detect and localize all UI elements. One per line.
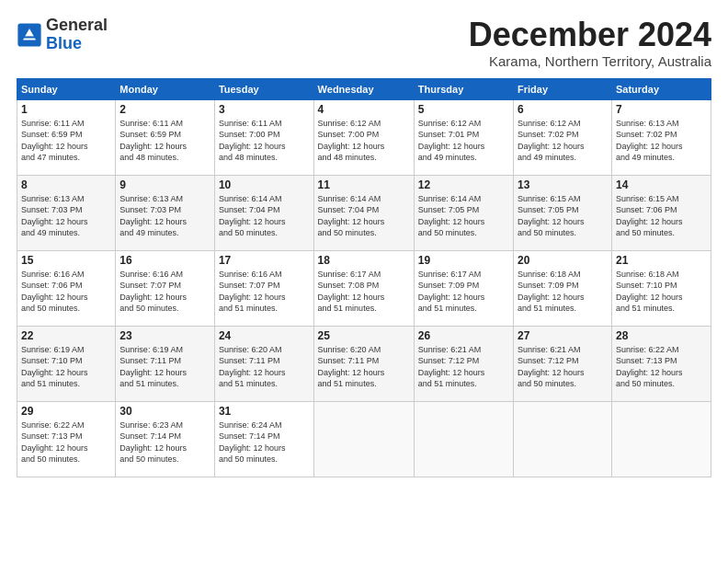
day-detail: Sunrise: 6:11 AM Sunset: 6:59 PM Dayligh… bbox=[119, 118, 210, 164]
page: General Blue December 2024 Karama, North… bbox=[0, 0, 728, 563]
calendar-cell bbox=[313, 401, 414, 477]
month-title: December 2024 bbox=[469, 17, 711, 53]
day-number: 6 bbox=[518, 103, 608, 116]
day-detail: Sunrise: 6:17 AM Sunset: 7:09 PM Dayligh… bbox=[418, 269, 509, 315]
day-detail: Sunrise: 6:16 AM Sunset: 7:07 PM Dayligh… bbox=[219, 269, 310, 315]
header-monday: Monday bbox=[116, 78, 215, 99]
title-block: December 2024 Karama, Northern Territory… bbox=[469, 17, 711, 69]
calendar-cell: 19Sunrise: 6:17 AM Sunset: 7:09 PM Dayli… bbox=[414, 250, 513, 326]
calendar-cell: 16Sunrise: 6:16 AM Sunset: 7:07 PM Dayli… bbox=[116, 250, 215, 326]
day-detail: Sunrise: 6:16 AM Sunset: 7:07 PM Dayligh… bbox=[119, 269, 210, 315]
day-number: 26 bbox=[418, 329, 509, 342]
day-detail: Sunrise: 6:11 AM Sunset: 6:59 PM Dayligh… bbox=[21, 118, 111, 164]
day-detail: Sunrise: 6:20 AM Sunset: 7:11 PM Dayligh… bbox=[219, 344, 310, 390]
day-detail: Sunrise: 6:24 AM Sunset: 7:14 PM Dayligh… bbox=[219, 419, 310, 465]
calendar-cell: 6Sunrise: 6:12 AM Sunset: 7:02 PM Daylig… bbox=[514, 99, 612, 175]
day-number: 2 bbox=[119, 103, 210, 116]
day-detail: Sunrise: 6:18 AM Sunset: 7:10 PM Dayligh… bbox=[616, 269, 707, 315]
day-number: 29 bbox=[21, 405, 111, 418]
day-number: 8 bbox=[21, 178, 111, 191]
calendar-cell: 3Sunrise: 6:11 AM Sunset: 7:00 PM Daylig… bbox=[214, 99, 313, 175]
day-number: 18 bbox=[318, 254, 410, 267]
calendar-week-3: 15Sunrise: 6:16 AM Sunset: 7:06 PM Dayli… bbox=[17, 250, 711, 326]
day-detail: Sunrise: 6:14 AM Sunset: 7:05 PM Dayligh… bbox=[418, 193, 509, 239]
day-number: 28 bbox=[616, 329, 707, 342]
calendar-cell: 27Sunrise: 6:21 AM Sunset: 7:12 PM Dayli… bbox=[514, 326, 612, 401]
logo-icon bbox=[17, 22, 42, 48]
day-number: 4 bbox=[318, 103, 410, 116]
calendar-cell: 13Sunrise: 6:15 AM Sunset: 7:05 PM Dayli… bbox=[514, 175, 612, 250]
calendar-cell: 9Sunrise: 6:13 AM Sunset: 7:03 PM Daylig… bbox=[116, 175, 215, 250]
day-detail: Sunrise: 6:15 AM Sunset: 7:06 PM Dayligh… bbox=[616, 193, 707, 239]
header-saturday: Saturday bbox=[611, 78, 711, 99]
day-number: 10 bbox=[219, 178, 310, 191]
header-friday: Friday bbox=[514, 78, 612, 99]
day-detail: Sunrise: 6:18 AM Sunset: 7:09 PM Dayligh… bbox=[518, 269, 608, 315]
calendar-cell: 12Sunrise: 6:14 AM Sunset: 7:05 PM Dayli… bbox=[414, 175, 513, 250]
calendar-cell: 15Sunrise: 6:16 AM Sunset: 7:06 PM Dayli… bbox=[17, 250, 116, 326]
day-number: 31 bbox=[219, 405, 310, 418]
calendar-cell: 25Sunrise: 6:20 AM Sunset: 7:11 PM Dayli… bbox=[313, 326, 414, 401]
day-number: 17 bbox=[219, 254, 310, 267]
calendar-cell: 10Sunrise: 6:14 AM Sunset: 7:04 PM Dayli… bbox=[214, 175, 313, 250]
day-detail: Sunrise: 6:14 AM Sunset: 7:04 PM Dayligh… bbox=[219, 193, 310, 239]
day-detail: Sunrise: 6:17 AM Sunset: 7:08 PM Dayligh… bbox=[318, 269, 410, 315]
day-number: 24 bbox=[219, 329, 310, 342]
day-detail: Sunrise: 6:13 AM Sunset: 7:03 PM Dayligh… bbox=[21, 193, 111, 239]
header-sunday: Sunday bbox=[17, 78, 116, 99]
calendar-cell: 2Sunrise: 6:11 AM Sunset: 6:59 PM Daylig… bbox=[116, 99, 215, 175]
day-number: 5 bbox=[418, 103, 509, 116]
day-detail: Sunrise: 6:12 AM Sunset: 7:00 PM Dayligh… bbox=[318, 118, 410, 164]
header: General Blue December 2024 Karama, North… bbox=[17, 17, 711, 69]
weekday-header-row: Sunday Monday Tuesday Wednesday Thursday… bbox=[17, 78, 711, 99]
calendar-week-1: 1Sunrise: 6:11 AM Sunset: 6:59 PM Daylig… bbox=[17, 99, 711, 175]
calendar-cell: 8Sunrise: 6:13 AM Sunset: 7:03 PM Daylig… bbox=[17, 175, 116, 250]
day-number: 11 bbox=[318, 178, 410, 191]
calendar-cell: 20Sunrise: 6:18 AM Sunset: 7:09 PM Dayli… bbox=[514, 250, 612, 326]
calendar-cell: 4Sunrise: 6:12 AM Sunset: 7:00 PM Daylig… bbox=[313, 99, 414, 175]
calendar-cell: 23Sunrise: 6:19 AM Sunset: 7:11 PM Dayli… bbox=[116, 326, 215, 401]
calendar-week-2: 8Sunrise: 6:13 AM Sunset: 7:03 PM Daylig… bbox=[17, 175, 711, 250]
day-number: 19 bbox=[418, 254, 509, 267]
calendar-table: Sunday Monday Tuesday Wednesday Thursday… bbox=[17, 78, 711, 477]
day-detail: Sunrise: 6:13 AM Sunset: 7:02 PM Dayligh… bbox=[616, 118, 707, 164]
day-detail: Sunrise: 6:22 AM Sunset: 7:13 PM Dayligh… bbox=[616, 344, 707, 390]
calendar-cell: 24Sunrise: 6:20 AM Sunset: 7:11 PM Dayli… bbox=[214, 326, 313, 401]
day-number: 1 bbox=[21, 103, 111, 116]
calendar-week-5: 29Sunrise: 6:22 AM Sunset: 7:13 PM Dayli… bbox=[17, 401, 711, 477]
calendar-cell: 17Sunrise: 6:16 AM Sunset: 7:07 PM Dayli… bbox=[214, 250, 313, 326]
calendar-week-4: 22Sunrise: 6:19 AM Sunset: 7:10 PM Dayli… bbox=[17, 326, 711, 401]
location-subtitle: Karama, Northern Territory, Australia bbox=[469, 53, 711, 69]
header-tuesday: Tuesday bbox=[214, 78, 313, 99]
day-number: 7 bbox=[616, 103, 707, 116]
day-detail: Sunrise: 6:14 AM Sunset: 7:04 PM Dayligh… bbox=[318, 193, 410, 239]
header-thursday: Thursday bbox=[414, 78, 513, 99]
day-detail: Sunrise: 6:21 AM Sunset: 7:12 PM Dayligh… bbox=[418, 344, 509, 390]
day-number: 21 bbox=[616, 254, 707, 267]
day-number: 15 bbox=[21, 254, 111, 267]
svg-rect-2 bbox=[23, 36, 36, 38]
calendar-cell: 29Sunrise: 6:22 AM Sunset: 7:13 PM Dayli… bbox=[17, 401, 116, 477]
calendar-cell: 1Sunrise: 6:11 AM Sunset: 6:59 PM Daylig… bbox=[17, 99, 116, 175]
calendar-cell: 5Sunrise: 6:12 AM Sunset: 7:01 PM Daylig… bbox=[414, 99, 513, 175]
day-detail: Sunrise: 6:11 AM Sunset: 7:00 PM Dayligh… bbox=[219, 118, 310, 164]
day-detail: Sunrise: 6:12 AM Sunset: 7:01 PM Dayligh… bbox=[418, 118, 509, 164]
day-detail: Sunrise: 6:22 AM Sunset: 7:13 PM Dayligh… bbox=[21, 419, 111, 465]
logo-text: General Blue bbox=[46, 17, 108, 53]
day-detail: Sunrise: 6:13 AM Sunset: 7:03 PM Dayligh… bbox=[119, 193, 210, 239]
calendar-header: Sunday Monday Tuesday Wednesday Thursday… bbox=[17, 78, 711, 99]
calendar-cell bbox=[611, 401, 711, 477]
day-detail: Sunrise: 6:12 AM Sunset: 7:02 PM Dayligh… bbox=[518, 118, 608, 164]
day-detail: Sunrise: 6:23 AM Sunset: 7:14 PM Dayligh… bbox=[119, 419, 210, 465]
calendar-cell: 26Sunrise: 6:21 AM Sunset: 7:12 PM Dayli… bbox=[414, 326, 513, 401]
day-number: 13 bbox=[518, 178, 608, 191]
calendar-body: 1Sunrise: 6:11 AM Sunset: 6:59 PM Daylig… bbox=[17, 99, 711, 477]
logo: General Blue bbox=[17, 17, 108, 53]
header-wednesday: Wednesday bbox=[313, 78, 414, 99]
calendar-cell: 30Sunrise: 6:23 AM Sunset: 7:14 PM Dayli… bbox=[116, 401, 215, 477]
day-detail: Sunrise: 6:19 AM Sunset: 7:10 PM Dayligh… bbox=[21, 344, 111, 390]
logo-blue: Blue bbox=[46, 34, 82, 52]
day-number: 25 bbox=[318, 329, 410, 342]
calendar-cell bbox=[414, 401, 513, 477]
day-detail: Sunrise: 6:19 AM Sunset: 7:11 PM Dayligh… bbox=[119, 344, 210, 390]
